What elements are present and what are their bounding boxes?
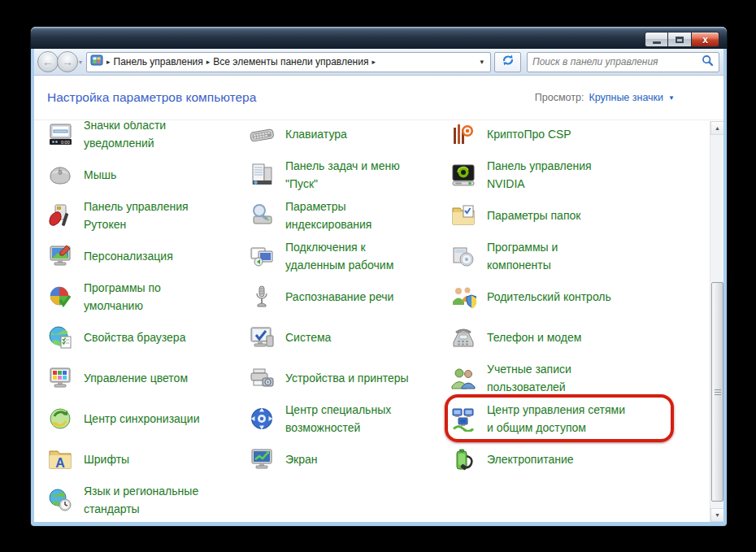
breadcrumb-item[interactable]: Все элементы панели управления	[213, 56, 368, 67]
scroll-down-button[interactable]: ▼	[710, 508, 723, 522]
control-panel-item[interactable]: Панель управленияNVIDIA	[450, 154, 649, 195]
address-dropdown-icon[interactable]: ▾	[476, 58, 487, 66]
back-button[interactable]: ←	[37, 51, 59, 72]
control-panel-item[interactable]: AШрифты	[47, 439, 245, 480]
color-management-icon	[47, 365, 73, 391]
control-panel-item[interactable]: Мышь	[47, 154, 245, 195]
forward-button[interactable]: →	[57, 51, 78, 72]
view-label: Просмотр:	[535, 92, 584, 103]
control-panel-item[interactable]: Панель управленияРутокен	[47, 195, 245, 236]
region-language-icon	[47, 487, 73, 513]
item-label: Мышь	[84, 166, 116, 184]
control-panel-item[interactable]: 0:00Значки областиуведомлений	[47, 121, 245, 154]
breadcrumb-items: ▸Панель управления▸Все элементы панели у…	[103, 56, 379, 67]
item-label: Телефон и модем	[487, 328, 581, 346]
breadcrumb-separator-icon: ▸	[368, 58, 379, 66]
fonts-icon: A	[47, 446, 73, 472]
item-label: Панель управленияРутокен	[84, 198, 189, 233]
control-panel-item[interactable]: КриптоПро CSP	[450, 121, 649, 154]
programs-features-icon	[450, 243, 476, 269]
control-panel-item[interactable]: Параметрыиндексирования	[249, 195, 447, 236]
control-panel-item[interactable]: Центр специальныхвозможностей	[249, 398, 447, 439]
item-label: Электропитание	[487, 450, 574, 468]
item-label: Язык и региональныестандарты	[84, 482, 198, 518]
forward-arrow-icon: →	[62, 56, 73, 67]
power-options-icon	[450, 446, 476, 472]
control-panel-item[interactable]: Панель задач и меню"Пуск"	[249, 154, 447, 195]
view-value-link[interactable]: Крупные значки	[589, 92, 663, 103]
control-panel-item[interactable]: Подключения кудаленным рабочим	[249, 236, 447, 276]
refresh-button[interactable]	[494, 52, 521, 72]
item-label: Экран	[285, 450, 318, 468]
breadcrumb-item[interactable]: Панель управления	[114, 56, 203, 67]
item-label: Учетные записипользователей	[487, 360, 571, 396]
item-label: Управление цветом	[84, 369, 188, 387]
control-panel-item[interactable]: Родительский контроль	[450, 276, 649, 317]
default-programs-icon	[47, 284, 73, 310]
control-panel-item[interactable]: Распознавание речи	[249, 276, 447, 317]
header-row: Настройка параметров компьютера Просмотр…	[34, 76, 723, 120]
item-label: Центр специальныхвозможностей	[285, 401, 391, 437]
item-label: Параметрыиндексирования	[285, 198, 371, 233]
control-panel-item[interactable]: Программы икомпоненты	[450, 236, 649, 276]
titlebar[interactable]: x	[31, 27, 727, 49]
client-area: Настройка параметров компьютера Просмотр…	[34, 76, 723, 522]
item-label: Свойства браузера	[84, 328, 185, 346]
parental-controls-icon	[450, 284, 476, 310]
svg-text:A: A	[55, 456, 65, 470]
control-panel-item[interactable]: Экран	[249, 439, 447, 480]
breadcrumb-separator-icon: ▸	[103, 58, 114, 66]
search-input[interactable]: Поиск в панели управления	[527, 52, 719, 72]
mouse-icon	[47, 162, 73, 188]
control-panel-item[interactable]: Устройства и принтеры	[249, 358, 447, 398]
taskbar-start-menu-icon	[249, 162, 275, 188]
control-panel-item[interactable]: Центр управления сетямии общим доступом	[450, 398, 649, 439]
nvidia-icon	[450, 162, 476, 188]
view-selector[interactable]: Просмотр: Крупные значки ▼	[535, 92, 710, 103]
control-panel-item[interactable]: Свойства браузера	[47, 317, 245, 358]
display-icon	[249, 446, 275, 472]
history-dropdown-icon[interactable]: ▾	[79, 59, 82, 66]
item-label: Панель управленияNVIDIA	[487, 157, 592, 193]
scroll-thumb[interactable]	[711, 282, 723, 502]
breadcrumb[interactable]: ▸Панель управления▸Все элементы панели у…	[86, 52, 491, 72]
devices-printers-icon	[249, 365, 275, 391]
control-panel-window: x ← → ▾ ▸Панель управления▸Все элементы …	[31, 27, 727, 526]
item-label: Панель задач и меню"Пуск"	[285, 157, 400, 193]
minimize-button[interactable]	[645, 32, 668, 47]
caption-buttons: x	[645, 32, 719, 47]
control-panel-item[interactable]: Язык и региональныестандарты	[47, 480, 245, 520]
control-panel-item[interactable]: Программы поумолчанию	[47, 276, 245, 317]
indexing-options-icon	[249, 202, 275, 228]
control-panel-item[interactable]: Учетные записипользователей	[450, 358, 649, 398]
control-panel-item[interactable]: Персонализация	[47, 236, 245, 276]
control-panel-icon	[90, 54, 103, 70]
item-label: Родительский контроль	[487, 288, 611, 306]
control-panel-item[interactable]: Клавиатура	[249, 121, 447, 154]
network-sharing-center-icon	[450, 406, 476, 432]
control-panel-item[interactable]: Система	[249, 317, 447, 358]
control-panel-item[interactable]: Центр синхронизации	[47, 398, 245, 439]
item-label: КриптоПро CSP	[487, 125, 571, 143]
sync-center-icon	[47, 406, 73, 432]
control-panel-item[interactable]: Управление цветом	[47, 358, 245, 398]
item-label: Значки областиуведомлений	[84, 121, 166, 152]
scroll-up-button[interactable]: ▲	[710, 121, 723, 135]
vertical-scrollbar[interactable]: ▲ ▼	[710, 121, 723, 522]
item-label: Параметры папок	[487, 206, 580, 224]
search-icon[interactable]	[702, 54, 714, 70]
maximize-icon	[676, 37, 684, 43]
item-label: Центр синхронизации	[84, 410, 200, 428]
desktop: x ← → ▾ ▸Панель управления▸Все элементы …	[0, 0, 756, 552]
control-panel-item[interactable]: Параметры папок	[450, 195, 649, 236]
control-panel-item[interactable]: Телефон и модем	[450, 317, 649, 358]
chevron-down-icon[interactable]: ▼	[668, 94, 675, 102]
page-title: Настройка параметров компьютера	[47, 90, 256, 105]
close-button[interactable]: x	[692, 32, 719, 47]
control-panel-item[interactable]: Электропитание	[450, 439, 649, 480]
minimize-icon	[653, 41, 661, 44]
close-icon: x	[702, 35, 708, 45]
personalization-icon	[47, 243, 73, 269]
items-grid: 0:00Значки областиуведомленийКлавиатураК…	[47, 121, 710, 520]
maximize-button[interactable]	[668, 32, 692, 47]
